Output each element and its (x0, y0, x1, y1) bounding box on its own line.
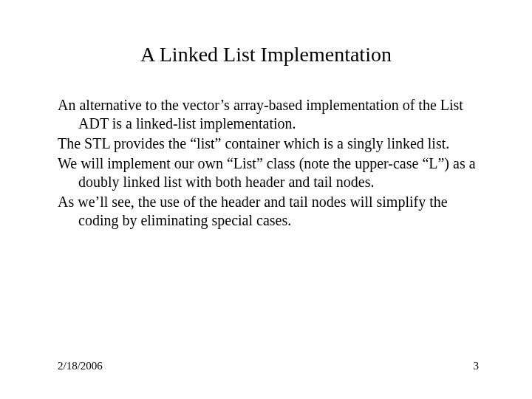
slide-body: An alternative to the vector’s array-bas… (58, 96, 486, 231)
body-paragraph: The STL provides the “list” container wh… (58, 134, 486, 153)
body-paragraph: We will implement our own “List” class (… (58, 154, 486, 191)
footer-page-number: 3 (474, 360, 480, 372)
body-paragraph: An alternative to the vector’s array-bas… (58, 96, 486, 133)
slide-title: A Linked List Implementation (0, 43, 532, 66)
slide: A Linked List Implementation An alternat… (0, 0, 532, 399)
footer-date: 2/18/2006 (58, 360, 103, 372)
body-paragraph: As we’ll see, the use of the header and … (58, 193, 486, 230)
